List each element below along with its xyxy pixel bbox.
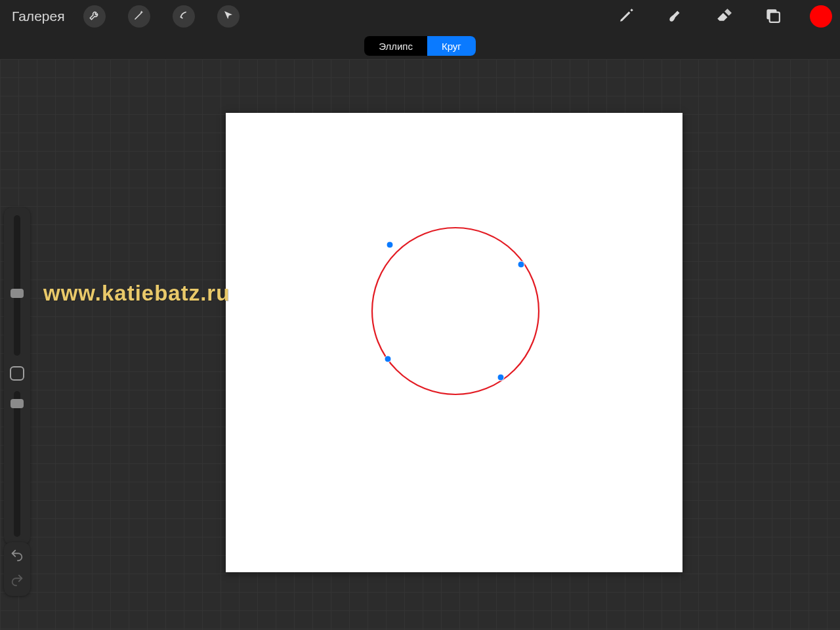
slider-thumb-opacity[interactable] (10, 399, 24, 408)
brush-size-slider[interactable] (14, 215, 20, 356)
watermark-text: www.katiebatz.ru (43, 281, 230, 306)
wrench-icon (89, 9, 100, 24)
shape-handle[interactable] (497, 374, 504, 381)
redo-icon (10, 573, 24, 590)
adjustments-button[interactable] (128, 5, 150, 28)
undo-button[interactable] (9, 549, 25, 564)
wand-icon (133, 9, 145, 24)
selection-icon (178, 9, 190, 24)
topbar: Галерея (0, 0, 840, 33)
brush-sidebar (4, 207, 30, 545)
brush-opacity-slider[interactable] (14, 391, 20, 537)
gallery-button[interactable]: Галерея (8, 6, 69, 27)
eraser-button[interactable] (713, 5, 735, 28)
document-canvas[interactable] (226, 113, 682, 572)
smudge-button[interactable] (664, 5, 686, 28)
undo-icon (10, 548, 24, 565)
shape-mode-bar: Эллипс Круг (0, 33, 840, 59)
segment-circle[interactable]: Круг (427, 36, 476, 56)
eraser-icon (715, 7, 732, 26)
shape-handle[interactable] (385, 356, 391, 362)
shape-handle[interactable] (387, 242, 393, 248)
shape-mode-segment: Эллипс Круг (364, 36, 476, 56)
svg-rect-1 (770, 12, 780, 22)
brush-icon (618, 7, 635, 26)
artwork (226, 113, 682, 572)
segment-ellipse[interactable]: Эллипс (364, 36, 427, 56)
actions-button[interactable] (83, 5, 106, 28)
svg-point-2 (372, 228, 539, 394)
canvas-stage[interactable] (0, 59, 840, 630)
toolbar-left (83, 5, 240, 28)
smudge-icon (667, 7, 684, 26)
undo-redo-panel (4, 542, 30, 596)
selection-button[interactable] (173, 5, 195, 28)
color-button[interactable] (810, 5, 832, 28)
layers-button[interactable] (761, 5, 784, 28)
shape-handle[interactable] (518, 261, 524, 268)
brush-button[interactable] (616, 5, 638, 28)
transform-button[interactable] (217, 5, 240, 28)
redo-button[interactable] (9, 574, 25, 589)
modifier-button[interactable] (10, 366, 24, 381)
slider-thumb-size[interactable] (10, 289, 24, 298)
cursor-icon (222, 9, 234, 24)
toolbar-right (616, 5, 832, 28)
layers-icon (764, 7, 781, 26)
